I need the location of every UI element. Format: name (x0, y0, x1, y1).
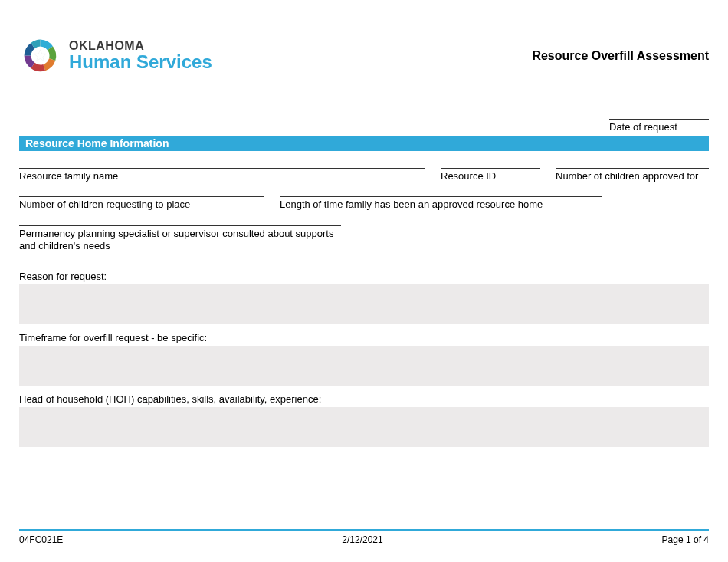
row-3: Permanency planning specialist or superv… (19, 225, 709, 253)
field-num-approved: Number of children approved for (556, 168, 709, 182)
ohs-logo-icon (19, 35, 61, 77)
logo-state-text: OKLAHOMA (69, 40, 212, 53)
pps-consulted-label: Permanency planning specialist or superv… (19, 228, 341, 253)
reason-label: Reason for request: (19, 271, 709, 282)
footer-form-id: 04FC021E (19, 534, 63, 545)
field-length-approved: Length of time family has been an approv… (280, 196, 602, 211)
footer-row: 04FC021E 2/12/2021 Page 1 of 4 (19, 534, 709, 545)
date-of-request-input[interactable] (609, 107, 709, 120)
footer-page: Page 1 of 4 (662, 534, 709, 545)
document-title: Resource Overfill Assessment (532, 49, 709, 63)
hoh-input[interactable] (19, 407, 709, 447)
date-of-request-label: Date of request (609, 121, 709, 133)
num-requesting-label: Number of children requesting to place (19, 199, 264, 211)
field-resource-family-name: Resource family name (19, 168, 425, 182)
footer-date: 2/12/2021 (342, 534, 382, 545)
date-of-request-field: Date of request (609, 107, 709, 133)
family-name-input[interactable] (19, 168, 425, 169)
field-resource-id: Resource ID (441, 168, 540, 182)
reason-input[interactable] (19, 284, 709, 324)
section-resource-home-info-bar: Resource Home Information (19, 136, 709, 151)
timeframe-input[interactable] (19, 346, 709, 386)
footer: 04FC021E 2/12/2021 Page 1 of 4 (19, 529, 709, 545)
resource-id-input[interactable] (441, 168, 540, 169)
logo-block: OKLAHOMA Human Services (19, 35, 212, 77)
row-1: Resource family name Resource ID Number … (19, 168, 709, 182)
num-approved-label: Number of children approved for (556, 170, 709, 182)
field-pps-consulted: Permanency planning specialist or superv… (19, 225, 341, 253)
family-name-label: Resource family name (19, 170, 425, 182)
num-requesting-input[interactable] (19, 196, 264, 197)
page-container: OKLAHOMA Human Services Resource Overfil… (0, 0, 728, 562)
header-row: OKLAHOMA Human Services Resource Overfil… (19, 35, 709, 77)
logo-text: OKLAHOMA Human Services (69, 40, 212, 72)
date-of-request-row: Date of request (19, 107, 709, 133)
logo-dept-text: Human Services (69, 52, 212, 71)
pps-consulted-input[interactable] (19, 225, 341, 226)
num-approved-input[interactable] (556, 168, 709, 169)
footer-rule (19, 529, 709, 531)
length-approved-label: Length of time family has been an approv… (280, 199, 602, 211)
field-num-requesting: Number of children requesting to place (19, 196, 264, 211)
row-2: Number of children requesting to place L… (19, 196, 709, 211)
length-approved-input[interactable] (280, 196, 602, 197)
resource-id-label: Resource ID (441, 170, 540, 182)
svg-marker-0 (34, 50, 46, 61)
hoh-label: Head of household (HOH) capabilities, sk… (19, 393, 709, 405)
timeframe-label: Timeframe for overfill request - be spec… (19, 332, 709, 343)
